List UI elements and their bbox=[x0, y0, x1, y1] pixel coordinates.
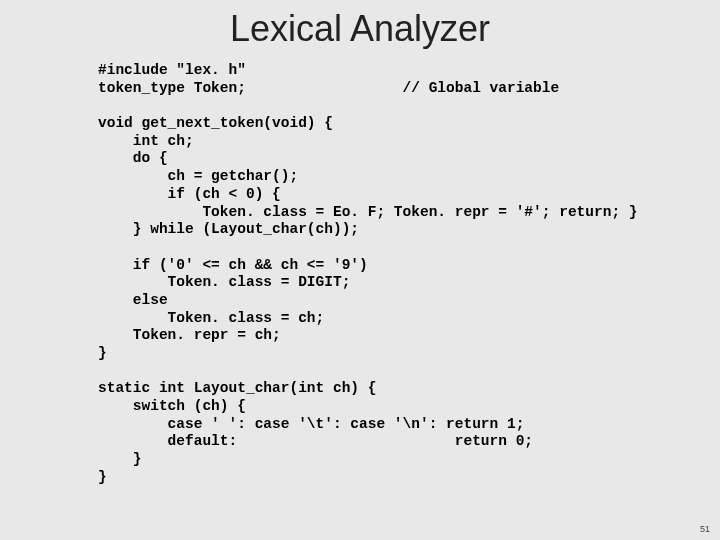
slide: Lexical Analyzer #include "lex. h" token… bbox=[0, 0, 720, 540]
code-block: #include "lex. h" token_type Token; // G… bbox=[98, 62, 688, 487]
page-number: 51 bbox=[700, 524, 710, 534]
slide-title: Lexical Analyzer bbox=[0, 8, 720, 50]
